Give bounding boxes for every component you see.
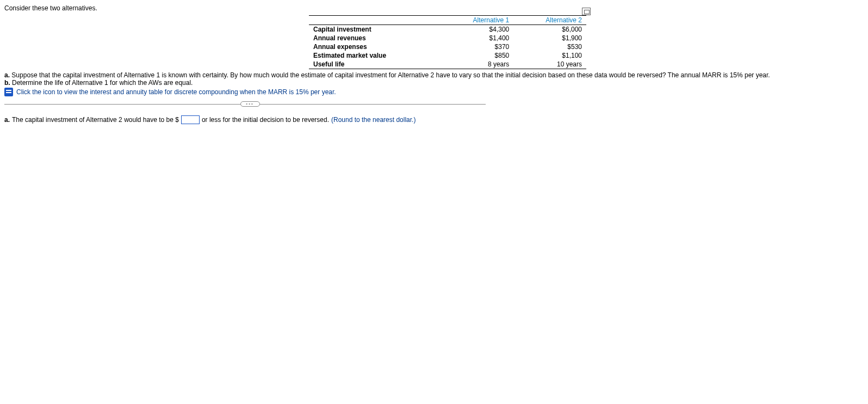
divider-handle-icon[interactable]: •••	[240, 101, 260, 107]
cell-alt2: 10 years	[513, 60, 586, 69]
answer-a-hint: (Round to the nearest dollar.)	[331, 116, 416, 124]
q-a-prefix: a.	[4, 71, 10, 79]
cell-alt2: $1,900	[513, 34, 586, 42]
row-label: Annual revenues	[309, 34, 441, 42]
popup-icon[interactable]	[582, 8, 591, 15]
alternatives-table-wrap: Alternative 1 Alternative 2 Capital inve…	[309, 15, 586, 69]
table-link-icon[interactable]	[4, 88, 13, 96]
q-b-text: Determine the life of Alternative 1 for …	[12, 79, 193, 87]
cell-alt2: $1,100	[513, 51, 586, 60]
q-b-prefix: b.	[4, 79, 10, 87]
cell-alt2: $530	[513, 42, 586, 51]
question-list: a. Suppose that the capital investment o…	[4, 71, 864, 96]
cell-alt1: $1,400	[441, 34, 514, 42]
section-divider: •••	[4, 104, 486, 105]
table-link-text[interactable]: Click the icon to view the interest and …	[16, 88, 336, 96]
question-intro: Consider these two alternatives.	[4, 4, 864, 12]
cell-alt1: 8 years	[441, 60, 514, 69]
cell-alt1: $370	[441, 42, 514, 51]
answer-a-text2: or less for the initial decision to be r…	[202, 116, 329, 124]
answer-a-text1: The capital investment of Alternative 2 …	[12, 116, 179, 124]
cell-alt1: $4,300	[441, 25, 514, 34]
cell-alt2: $6,000	[513, 25, 586, 34]
row-label: Useful life	[309, 60, 441, 69]
answer-a-row: a. The capital investment of Alternative…	[4, 115, 864, 124]
cell-alt1: $850	[441, 51, 514, 60]
row-label: Annual expenses	[309, 42, 441, 51]
row-label: Estimated market value	[309, 51, 441, 60]
alternatives-table: Alternative 1 Alternative 2 Capital inve…	[309, 15, 586, 69]
q-a-text: Suppose that the capital investment of A…	[11, 71, 770, 79]
answer-a-input[interactable]	[181, 115, 200, 124]
answer-a-prefix: a.	[4, 116, 10, 124]
col-alt1: Alternative 1	[441, 16, 514, 25]
row-label: Capital investment	[309, 25, 441, 34]
col-alt2: Alternative 2	[513, 16, 586, 25]
